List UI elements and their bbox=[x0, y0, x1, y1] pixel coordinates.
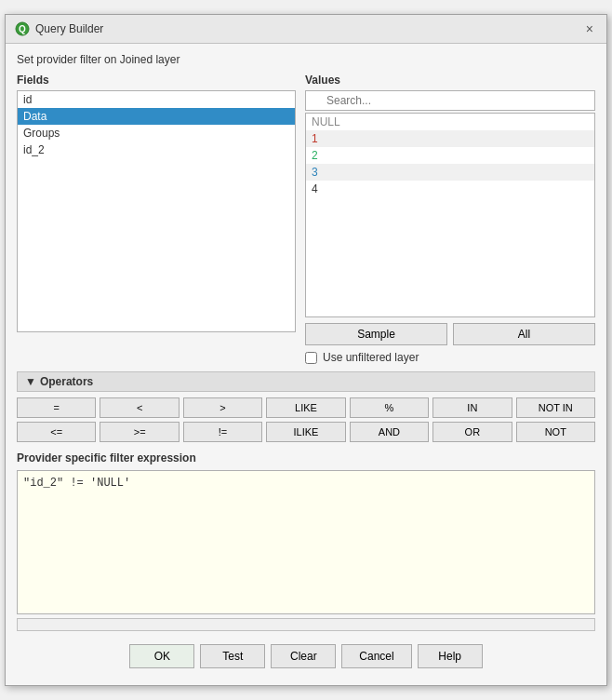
op-in[interactable]: IN bbox=[432, 397, 512, 418]
op-ilike[interactable]: ILIKE bbox=[266, 422, 345, 442]
op-eq[interactable]: = bbox=[17, 397, 96, 418]
expression-area-wrapper bbox=[17, 470, 595, 614]
values-search-input[interactable] bbox=[305, 90, 595, 111]
field-item-id[interactable]: id bbox=[18, 91, 295, 108]
op-not[interactable]: NOT bbox=[516, 422, 595, 442]
op-neq[interactable]: != bbox=[183, 422, 262, 442]
query-builder-dialog: Q Query Builder × Set provider filter on… bbox=[5, 14, 607, 686]
value-item-4[interactable]: 4 bbox=[306, 181, 594, 197]
value-item-null[interactable]: NULL bbox=[306, 114, 594, 130]
cancel-button[interactable]: Cancel bbox=[341, 644, 411, 668]
op-gte[interactable]: >= bbox=[100, 422, 179, 442]
value-item-1[interactable]: 1 bbox=[306, 130, 594, 147]
horizontal-scrollbar[interactable] bbox=[17, 618, 595, 631]
close-button[interactable]: × bbox=[582, 20, 597, 37]
unfiltered-row: Use unfiltered layer bbox=[305, 351, 595, 364]
op-gt[interactable]: > bbox=[183, 397, 262, 418]
dialog-title: Query Builder bbox=[35, 22, 103, 35]
operators-grid: = < > LIKE % IN NOT IN <= >= != ILIKE AN… bbox=[17, 397, 595, 442]
app-icon: Q bbox=[15, 21, 30, 36]
search-wrapper: 🔍 bbox=[305, 90, 595, 111]
field-item-data[interactable]: Data bbox=[18, 108, 295, 125]
value-item-3[interactable]: 3 bbox=[306, 164, 594, 181]
op-and[interactable]: AND bbox=[350, 422, 429, 442]
operators-label: Operators bbox=[40, 375, 93, 388]
footer-buttons: OK Test Clear Cancel Help bbox=[17, 639, 595, 676]
svg-text:Q: Q bbox=[19, 24, 26, 34]
values-panel: Values 🔍 NULL 1 2 3 4 Sample All bbox=[305, 74, 595, 364]
unfiltered-checkbox[interactable] bbox=[305, 352, 317, 364]
title-bar-left: Q Query Builder bbox=[15, 21, 103, 36]
op-not-in[interactable]: NOT IN bbox=[516, 397, 595, 418]
operators-section-header[interactable]: ▼ Operators bbox=[17, 371, 595, 392]
value-item-2[interactable]: 2 bbox=[306, 147, 594, 164]
fields-values-row: Fields id Data Groups id_2 Values 🔍 NULL… bbox=[17, 74, 595, 364]
unfiltered-label: Use unfiltered layer bbox=[323, 351, 419, 364]
values-buttons-row: Sample All bbox=[305, 323, 595, 345]
test-button[interactable]: Test bbox=[200, 644, 265, 668]
op-percent[interactable]: % bbox=[350, 397, 429, 418]
dialog-body: Set provider filter on Joined layer Fiel… bbox=[6, 44, 606, 685]
op-lte[interactable]: <= bbox=[17, 422, 96, 442]
clear-button[interactable]: Clear bbox=[271, 644, 336, 668]
all-button[interactable]: All bbox=[453, 323, 595, 345]
expression-textarea[interactable] bbox=[18, 471, 594, 613]
ok-button[interactable]: OK bbox=[129, 644, 194, 668]
expression-label: Provider specific filter expression bbox=[17, 451, 595, 464]
sample-button[interactable]: Sample bbox=[305, 323, 447, 345]
dialog-subtitle: Set provider filter on Joined layer bbox=[17, 53, 595, 66]
op-lt[interactable]: < bbox=[100, 397, 179, 418]
values-list[interactable]: NULL 1 2 3 4 bbox=[305, 113, 595, 317]
fields-list[interactable]: id Data Groups id_2 bbox=[17, 90, 296, 332]
operators-chevron: ▼ bbox=[25, 375, 36, 388]
values-label: Values bbox=[305, 74, 595, 87]
op-or[interactable]: OR bbox=[432, 422, 512, 442]
title-bar: Q Query Builder × bbox=[6, 15, 606, 44]
op-like[interactable]: LIKE bbox=[266, 397, 345, 418]
fields-panel: Fields id Data Groups id_2 bbox=[17, 74, 296, 364]
field-item-groups[interactable]: Groups bbox=[18, 125, 295, 141]
field-item-id2[interactable]: id_2 bbox=[18, 141, 295, 158]
fields-label: Fields bbox=[17, 74, 296, 87]
help-button[interactable]: Help bbox=[418, 644, 483, 668]
